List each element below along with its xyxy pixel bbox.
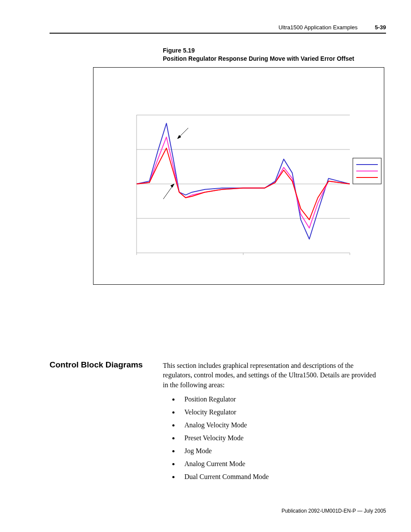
figure-caption: Figure 5.19 Position Regulator Response … xyxy=(163,47,354,63)
list-item: Analog Velocity Mode xyxy=(179,421,390,429)
section-list: Position Regulator Velocity Regulator An… xyxy=(171,395,390,486)
figure-title: Position Regulator Response During Move … xyxy=(163,55,354,63)
page-header: Ultra1500 Application Examples 5-39 xyxy=(50,24,386,31)
list-item: Analog Current Mode xyxy=(179,460,390,468)
figure-label: Figure 5.19 xyxy=(163,47,354,55)
chart-container xyxy=(93,67,384,285)
list-item: Preset Velocity Mode xyxy=(179,434,390,442)
page-number: 5-39 xyxy=(375,24,386,31)
chart-svg xyxy=(93,68,384,284)
list-item: Velocity Regulator xyxy=(179,408,390,416)
svg-marker-16 xyxy=(171,184,174,187)
list-item: Jog Mode xyxy=(179,447,390,455)
header-rule xyxy=(50,33,386,34)
section-heading: Control Block Diagrams xyxy=(50,360,143,370)
section-intro: This section includes graphical represen… xyxy=(163,361,383,390)
footer-publication: Publication 2092-UM001D-EN-P — July 2005 xyxy=(281,508,386,514)
list-item: Position Regulator xyxy=(179,395,390,403)
header-title: Ultra1500 Application Examples xyxy=(278,24,358,31)
list-item: Dual Current Command Mode xyxy=(179,473,390,481)
